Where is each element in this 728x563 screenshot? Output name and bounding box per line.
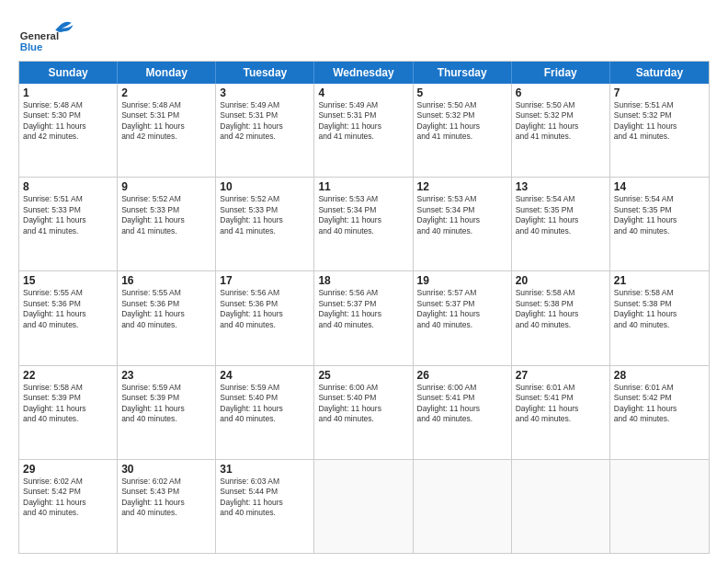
calendar-cell-1-5: 5Sunrise: 5:50 AMSunset: 5:32 PMDaylight… — [414, 84, 512, 177]
calendar-cell-4-2: 23Sunrise: 5:59 AMSunset: 5:39 PMDayligh… — [118, 366, 216, 459]
calendar-cell-2-4: 11Sunrise: 5:53 AMSunset: 5:34 PMDayligh… — [314, 178, 413, 270]
header-day-tuesday: Tuesday — [216, 62, 314, 84]
calendar: SundayMondayTuesdayWednesdayThursdayFrid… — [18, 61, 710, 554]
day-number: 15 — [23, 274, 113, 287]
calendar-cell-3-2: 16Sunrise: 5:55 AMSunset: 5:36 PMDayligh… — [118, 271, 216, 364]
day-info: Sunrise: 6:00 AMSunset: 5:41 PMDaylight:… — [417, 383, 507, 425]
day-number: 16 — [121, 274, 211, 287]
day-info: Sunrise: 5:57 AMSunset: 5:37 PMDaylight:… — [417, 288, 507, 330]
day-info: Sunrise: 5:56 AMSunset: 5:37 PMDaylight:… — [318, 288, 408, 330]
logo: General Blue — [18, 18, 83, 55]
logo-svg: General Blue — [18, 18, 83, 55]
day-number: 2 — [121, 86, 211, 99]
calendar-cell-3-1: 15Sunrise: 5:55 AMSunset: 5:36 PMDayligh… — [19, 271, 118, 364]
calendar-cell-1-3: 3Sunrise: 5:49 AMSunset: 5:31 PMDaylight… — [216, 84, 314, 177]
day-number: 12 — [417, 180, 507, 193]
day-info: Sunrise: 5:54 AMSunset: 5:35 PMDaylight:… — [516, 194, 606, 236]
day-info: Sunrise: 5:48 AMSunset: 5:30 PMDaylight:… — [23, 100, 113, 143]
calendar-header: SundayMondayTuesdayWednesdayThursdayFrid… — [19, 62, 709, 84]
day-number: 3 — [220, 86, 310, 99]
day-number: 26 — [417, 369, 507, 382]
svg-text:General: General — [20, 30, 59, 41]
day-number: 31 — [220, 463, 310, 476]
day-info: Sunrise: 5:54 AMSunset: 5:35 PMDaylight:… — [614, 194, 705, 236]
day-info: Sunrise: 5:58 AMSunset: 5:39 PMDaylight:… — [23, 383, 113, 425]
calendar-cell-5-5 — [414, 460, 512, 553]
day-info: Sunrise: 5:53 AMSunset: 5:34 PMDaylight:… — [417, 194, 507, 236]
calendar-cell-5-1: 29Sunrise: 6:02 AMSunset: 5:42 PMDayligh… — [19, 460, 118, 553]
calendar-cell-2-7: 14Sunrise: 5:54 AMSunset: 5:35 PMDayligh… — [610, 178, 709, 270]
day-number: 13 — [516, 180, 606, 193]
calendar-cell-1-4: 4Sunrise: 5:49 AMSunset: 5:31 PMDaylight… — [314, 84, 413, 177]
day-number: 29 — [23, 463, 113, 476]
day-info: Sunrise: 5:58 AMSunset: 5:38 PMDaylight:… — [516, 288, 606, 330]
calendar-cell-4-3: 24Sunrise: 5:59 AMSunset: 5:40 PMDayligh… — [216, 366, 314, 459]
day-info: Sunrise: 5:49 AMSunset: 5:31 PMDaylight:… — [220, 100, 310, 143]
calendar-cell-3-7: 21Sunrise: 5:58 AMSunset: 5:38 PMDayligh… — [610, 271, 709, 364]
calendar-cell-3-3: 17Sunrise: 5:56 AMSunset: 5:36 PMDayligh… — [216, 271, 314, 364]
calendar-cell-1-6: 6Sunrise: 5:50 AMSunset: 5:32 PMDaylight… — [512, 84, 610, 177]
day-number: 10 — [220, 180, 310, 193]
day-info: Sunrise: 5:51 AMSunset: 5:33 PMDaylight:… — [23, 194, 113, 236]
calendar-cell-4-4: 25Sunrise: 6:00 AMSunset: 5:40 PMDayligh… — [314, 366, 413, 459]
day-info: Sunrise: 5:59 AMSunset: 5:39 PMDaylight:… — [121, 383, 211, 425]
day-number: 22 — [23, 369, 113, 382]
day-info: Sunrise: 6:00 AMSunset: 5:40 PMDaylight:… — [318, 383, 408, 425]
calendar-cell-5-6 — [512, 460, 610, 553]
page: General Blue SundayMondayTuesdayWednesda… — [0, 0, 728, 563]
day-info: Sunrise: 5:51 AMSunset: 5:32 PMDaylight:… — [614, 100, 705, 143]
day-number: 1 — [23, 86, 113, 99]
calendar-cell-2-2: 9Sunrise: 5:52 AMSunset: 5:33 PMDaylight… — [118, 178, 216, 270]
calendar-row-3: 15Sunrise: 5:55 AMSunset: 5:36 PMDayligh… — [19, 270, 709, 364]
title-block — [83, 15, 710, 17]
calendar-cell-4-5: 26Sunrise: 6:00 AMSunset: 5:41 PMDayligh… — [414, 366, 512, 459]
day-number: 23 — [121, 369, 211, 382]
calendar-cell-1-1: 1Sunrise: 5:48 AMSunset: 5:30 PMDaylight… — [19, 84, 118, 177]
day-number: 9 — [121, 180, 211, 193]
calendar-cell-2-5: 12Sunrise: 5:53 AMSunset: 5:34 PMDayligh… — [414, 178, 512, 270]
day-number: 27 — [516, 369, 606, 382]
header-day-thursday: Thursday — [414, 62, 512, 84]
day-number: 18 — [318, 274, 408, 287]
day-number: 28 — [614, 369, 705, 382]
calendar-row-1: 1Sunrise: 5:48 AMSunset: 5:30 PMDaylight… — [19, 84, 709, 177]
day-number: 25 — [318, 369, 408, 382]
calendar-row-5: 29Sunrise: 6:02 AMSunset: 5:42 PMDayligh… — [19, 459, 709, 553]
day-info: Sunrise: 6:03 AMSunset: 5:44 PMDaylight:… — [220, 477, 310, 519]
day-info: Sunrise: 5:50 AMSunset: 5:32 PMDaylight:… — [417, 100, 507, 143]
calendar-row-4: 22Sunrise: 5:58 AMSunset: 5:39 PMDayligh… — [19, 365, 709, 459]
calendar-cell-1-2: 2Sunrise: 5:48 AMSunset: 5:31 PMDaylight… — [118, 84, 216, 177]
day-info: Sunrise: 5:56 AMSunset: 5:36 PMDaylight:… — [220, 288, 310, 330]
calendar-cell-5-2: 30Sunrise: 6:02 AMSunset: 5:43 PMDayligh… — [118, 460, 216, 553]
day-number: 21 — [614, 274, 705, 287]
calendar-row-2: 8Sunrise: 5:51 AMSunset: 5:33 PMDaylight… — [19, 177, 709, 270]
day-info: Sunrise: 6:02 AMSunset: 5:42 PMDaylight:… — [23, 477, 113, 519]
calendar-cell-2-6: 13Sunrise: 5:54 AMSunset: 5:35 PMDayligh… — [512, 178, 610, 270]
day-number: 19 — [417, 274, 507, 287]
calendar-cell-2-3: 10Sunrise: 5:52 AMSunset: 5:33 PMDayligh… — [216, 178, 314, 270]
day-number: 14 — [614, 180, 705, 193]
day-info: Sunrise: 5:55 AMSunset: 5:36 PMDaylight:… — [121, 288, 211, 330]
calendar-cell-4-7: 28Sunrise: 6:01 AMSunset: 5:42 PMDayligh… — [610, 366, 709, 459]
day-number: 8 — [23, 180, 113, 193]
day-info: Sunrise: 6:02 AMSunset: 5:43 PMDaylight:… — [121, 477, 211, 519]
header-day-wednesday: Wednesday — [314, 62, 413, 84]
header-day-monday: Monday — [118, 62, 216, 84]
svg-text:Blue: Blue — [20, 41, 43, 52]
day-number: 20 — [516, 274, 606, 287]
calendar-cell-5-3: 31Sunrise: 6:03 AMSunset: 5:44 PMDayligh… — [216, 460, 314, 553]
calendar-cell-4-6: 27Sunrise: 6:01 AMSunset: 5:41 PMDayligh… — [512, 366, 610, 459]
header: General Blue — [18, 15, 710, 55]
header-day-friday: Friday — [512, 62, 610, 84]
day-info: Sunrise: 6:01 AMSunset: 5:41 PMDaylight:… — [516, 383, 606, 425]
calendar-cell-5-4 — [314, 460, 413, 553]
calendar-cell-1-7: 7Sunrise: 5:51 AMSunset: 5:32 PMDaylight… — [610, 84, 709, 177]
calendar-cell-2-1: 8Sunrise: 5:51 AMSunset: 5:33 PMDaylight… — [19, 178, 118, 270]
day-number: 24 — [220, 369, 310, 382]
day-number: 6 — [516, 86, 606, 99]
day-info: Sunrise: 5:53 AMSunset: 5:34 PMDaylight:… — [318, 194, 408, 236]
day-number: 4 — [318, 86, 408, 99]
header-day-saturday: Saturday — [610, 62, 709, 84]
day-info: Sunrise: 5:52 AMSunset: 5:33 PMDaylight:… — [121, 194, 211, 236]
calendar-cell-5-7 — [610, 460, 709, 553]
